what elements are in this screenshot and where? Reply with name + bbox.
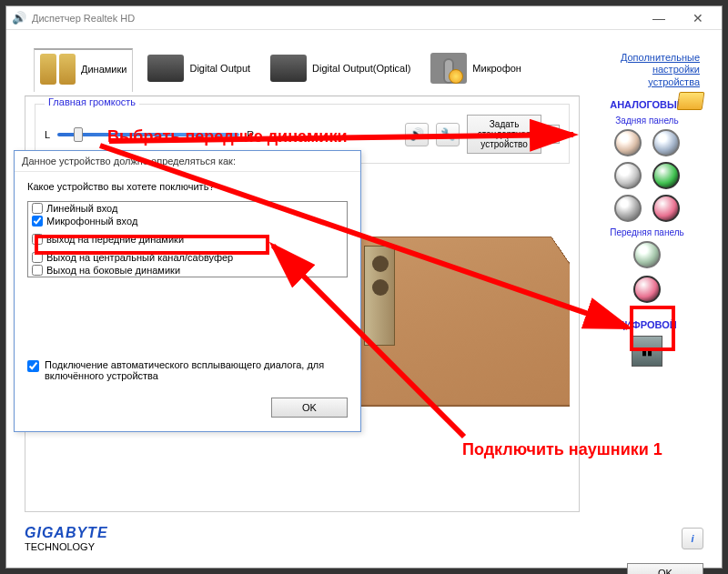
jack-rear-orange[interactable] (614, 129, 642, 156)
mute-button[interactable]: 🔊 (405, 123, 429, 146)
option-side-speakers-out[interactable]: Выход на боковые динамики (28, 264, 347, 277)
balance-slider[interactable] (57, 133, 239, 136)
jack-rear-grey[interactable] (614, 162, 642, 189)
checkbox-center-out[interactable] (32, 252, 43, 263)
mic-icon (430, 53, 467, 84)
option-center-sub-out[interactable]: Выход на центральный канал/сабвуфер (28, 251, 347, 264)
speakers-icon (59, 54, 76, 85)
device-options-list: Линейный вход Микрофонный вход выход на … (27, 201, 348, 277)
tab-digital-output[interactable]: Digital Output (142, 51, 256, 89)
checkbox-mic-in[interactable] (32, 216, 43, 227)
tab-microphone[interactable]: Микрофон (425, 49, 527, 91)
tab-speakers[interactable]: Динамики (34, 48, 133, 92)
checkbox-side-out[interactable] (32, 265, 43, 276)
front-right-speaker[interactable] (364, 246, 395, 346)
brand-logo: GIGABYTE (25, 525, 108, 541)
main-ok-button[interactable]: OK (627, 563, 703, 574)
digital-icon (147, 55, 184, 82)
tab-speakers-label: Динамики (81, 64, 126, 75)
rear-panel-label: Задняя панель (589, 116, 705, 126)
jack-rear-green[interactable] (652, 162, 680, 189)
advanced-settings-link[interactable]: Дополнительные настройки устройства (621, 52, 700, 88)
jack-front-pink[interactable] (633, 276, 661, 303)
jack-panel: АНАЛОГОВЫЙ Задняя панель Передняя панель… (589, 96, 705, 512)
tab-mic-label: Микрофон (472, 63, 521, 74)
jack-rear-pink[interactable] (652, 195, 680, 222)
minimize-button[interactable]: — (641, 11, 677, 25)
digital-jack[interactable]: ▮▮ (632, 336, 662, 367)
option-front-speakers-out[interactable]: выход на передние динамики (28, 233, 347, 246)
volume-legend: Главная громкость (45, 96, 139, 107)
device-detect-dialog: Данное устройство должно определяться ка… (14, 150, 361, 432)
window-title: Диспетчер Realtek HD (32, 13, 135, 24)
speakers-icon (40, 54, 56, 85)
tab-digital-label: Digital Output (189, 63, 250, 74)
tab-digital-optical[interactable]: Digital Output(Optical) (265, 51, 416, 89)
auto-popup-label: Подключение автоматического всплывающего… (45, 359, 348, 381)
checkbox-front-out[interactable] (32, 234, 43, 245)
set-default-device-button[interactable]: Задать стандартное устройство (467, 115, 541, 154)
jack-rear-blue[interactable] (652, 129, 680, 156)
dialog-title: Данное устройство должно определяться ка… (15, 151, 360, 172)
titlebar: 🔊 Диспетчер Realtek HD — ✕ (6, 6, 722, 30)
close-button[interactable]: ✕ (680, 11, 716, 25)
balance-left-label: L (45, 129, 50, 140)
digital-header: ЦИФРОВОЙ (589, 319, 705, 330)
front-panel-label: Передняя панель (589, 227, 705, 237)
dialog-ok-button[interactable]: OK (271, 398, 348, 418)
settings-button[interactable]: 🔧 (436, 123, 460, 146)
device-tabs: Динамики Digital Output Digital Output(O… (6, 30, 722, 92)
dialog-prompt: Какое устройство вы хотете поключить? (27, 181, 348, 192)
checkbox-line-in[interactable] (32, 203, 43, 214)
option-line-in[interactable]: Линейный вход (28, 202, 347, 215)
checkbox-auto-popup[interactable] (27, 360, 39, 372)
set-default-dropdown[interactable]: ▼ (541, 125, 560, 144)
folder-icon[interactable] (677, 92, 705, 110)
jack-front-green[interactable] (633, 241, 661, 268)
digital-optical-icon (270, 55, 307, 82)
option-mic-in[interactable]: Микрофонный вход (28, 215, 347, 227)
footer: GIGABYTE TECHNOLOGY i (6, 519, 722, 558)
info-button[interactable]: i (682, 528, 703, 549)
tab-digital-optical-label: Digital Output(Optical) (312, 63, 410, 74)
jack-rear-black[interactable] (614, 195, 642, 222)
balance-right-label: R (247, 129, 254, 140)
brand-tagline: TECHNOLOGY (25, 541, 95, 552)
app-icon: 🔊 (12, 11, 26, 25)
